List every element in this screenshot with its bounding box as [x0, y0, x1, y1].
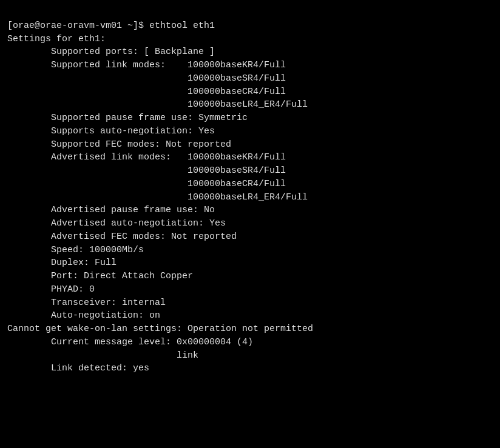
terminal-line: Supported ports: [ Backplane ] [7, 45, 493, 59]
terminal-line: Port: Direct Attach Copper [7, 270, 493, 283]
terminal-line: Duplex: Full [7, 256, 493, 270]
terminal-line: Settings for eth1: [7, 33, 493, 46]
terminal-line: Current message level: 0x00000004 (4) [7, 336, 493, 349]
terminal-line: PHYAD: 0 [7, 283, 493, 296]
terminal-line: Supported pause frame use: Symmetric [7, 112, 493, 125]
terminal-line: Supported link modes: 100000baseKR4/Full [7, 59, 493, 72]
terminal-line: Supported FEC modes: Not reported [7, 138, 493, 152]
terminal-line: 100000baseSR4/Full [7, 72, 493, 85]
terminal-line: Link detected: yes [7, 362, 493, 375]
terminal-line: link [7, 349, 493, 363]
terminal-line: 100000baseLR4_ER4/Full [7, 191, 493, 204]
terminal-line: 100000baseLR4_ER4/Full [7, 98, 493, 112]
terminal-line: Advertised FEC modes: Not reported [7, 230, 493, 244]
terminal-line: Advertised link modes: 100000baseKR4/Ful… [7, 151, 493, 164]
terminal-output: [orae@orae-oravm-vm01 ~]$ ethtool eth1Se… [7, 6, 493, 375]
terminal-line: Advertised auto-negotiation: Yes [7, 217, 493, 230]
terminal-line: [orae@orae-oravm-vm01 ~]$ ethtool eth1 [7, 19, 493, 33]
terminal-line: Cannot get wake-on-lan settings: Operati… [7, 323, 493, 336]
terminal-line: 100000baseSR4/Full [7, 164, 493, 178]
terminal-line: Supports auto-negotiation: Yes [7, 125, 493, 138]
terminal-line: Auto-negotiation: on [7, 309, 493, 323]
terminal-line: 100000baseCR4/Full [7, 85, 493, 99]
terminal-line: Transceiver: internal [7, 296, 493, 310]
terminal-line: 100000baseCR4/Full [7, 178, 493, 191]
terminal-line: Speed: 100000Mb/s [7, 244, 493, 257]
terminal-line: Advertised pause frame use: No [7, 204, 493, 217]
